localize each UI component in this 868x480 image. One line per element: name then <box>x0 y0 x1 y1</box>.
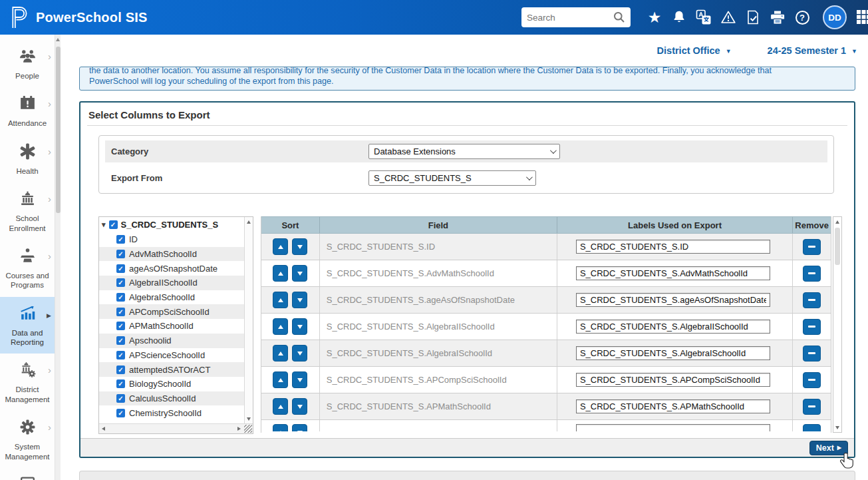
export-label-input[interactable] <box>576 266 770 280</box>
field-list-item[interactable]: ✓ AdvMathSchoolId <box>99 247 253 262</box>
next-button[interactable]: Next ▶ <box>809 441 848 455</box>
sidebar-item-courses-and-programs[interactable]: › Courses and Programs <box>0 240 55 297</box>
scroll-left-arrow-icon[interactable] <box>102 427 105 431</box>
field-tree-root[interactable]: ▾ ✓ S_CRDC_STUDENTS_S <box>99 217 253 232</box>
resize-grip-icon[interactable] <box>244 425 252 433</box>
sort-up-button[interactable] <box>273 318 288 335</box>
sort-down-button[interactable] <box>292 265 307 282</box>
field-list-item[interactable]: ✓ ID <box>99 232 253 247</box>
checkbox-checked[interactable]: ✓ <box>116 394 125 403</box>
checkbox-checked[interactable]: ✓ <box>116 278 125 287</box>
export-from-select[interactable]: S_CRDC_STUDENTS_S <box>368 170 536 186</box>
export-label-input[interactable] <box>576 399 770 413</box>
sidebar-item-partial[interactable]: › <box>0 468 55 480</box>
field-list-item[interactable]: ✓ Apschoolid <box>99 334 253 348</box>
sort-down-button[interactable] <box>292 371 307 388</box>
scroll-down-arrow-icon[interactable] <box>247 417 251 421</box>
field-list-item[interactable]: ✓ ChemistrySchoolId <box>99 405 253 420</box>
favorites-star-icon[interactable]: ★ <box>647 9 662 25</box>
sidebar-item-data-and-reporting[interactable]: ▶ Data and Reporting <box>0 297 55 354</box>
checkbox-checked[interactable]: ✓ <box>116 365 125 374</box>
system-alerts-icon[interactable] <box>720 9 736 25</box>
table-vertical-scrollbar[interactable] <box>833 216 842 433</box>
export-label-input[interactable] <box>576 346 770 360</box>
remove-button[interactable] <box>803 372 821 388</box>
sort-up-button[interactable] <box>273 238 288 255</box>
checkbox-checked[interactable]: ✓ <box>116 336 125 345</box>
export-label-input[interactable] <box>576 320 770 334</box>
sort-down-button[interactable] <box>292 424 307 431</box>
sort-up-button[interactable] <box>273 371 288 388</box>
sort-up-button[interactable] <box>273 292 288 308</box>
field-list-item[interactable]: ✓ CalculusSchoolId <box>99 391 253 406</box>
remove-button[interactable] <box>803 399 821 415</box>
field-list-item[interactable]: ✓ APScienceSchoolId <box>99 348 253 363</box>
school-selector[interactable]: District Office ▼ <box>657 45 732 56</box>
export-label-input[interactable] <box>576 293 770 307</box>
field-list-item[interactable]: ✓ AlgebraIISchoolId <box>99 276 253 290</box>
sort-up-button[interactable] <box>273 265 288 282</box>
remove-button[interactable] <box>803 346 821 361</box>
scrollbar-thumb[interactable] <box>56 47 61 213</box>
sort-up-button[interactable] <box>273 424 288 431</box>
remove-button[interactable] <box>803 266 821 282</box>
scroll-up-arrow-icon[interactable] <box>835 220 839 224</box>
apps-grid-icon[interactable] <box>856 9 868 25</box>
search-icon[interactable] <box>613 11 625 23</box>
checkbox-checked[interactable]: ✓ <box>116 351 125 360</box>
translate-icon[interactable] <box>696 9 712 25</box>
sort-down-button[interactable] <box>292 318 307 335</box>
field-list-item[interactable]: ✓ APMathSchoolId <box>99 319 253 334</box>
field-list-horizontal-scrollbar[interactable] <box>99 423 253 433</box>
remove-button[interactable] <box>803 292 821 308</box>
checkbox-checked[interactable]: ✓ <box>109 220 118 229</box>
checkbox-checked[interactable]: ✓ <box>116 250 125 258</box>
remove-button[interactable] <box>803 239 821 255</box>
term-selector[interactable]: 24-25 Semester 1 ▼ <box>768 45 857 56</box>
sidebar-item-system-management[interactable]: › System Management <box>0 411 55 468</box>
scroll-up-arrow-icon[interactable] <box>56 38 60 41</box>
checkbox-checked[interactable]: ✓ <box>116 293 125 302</box>
field-list-item[interactable]: ✓ BiologySchoolId <box>99 377 253 391</box>
export-label-input[interactable] <box>576 240 770 254</box>
help-icon[interactable]: ? <box>794 9 810 25</box>
export-label-input[interactable] <box>576 424 770 431</box>
sidebar-item-attendance[interactable]: › Attendance <box>0 87 55 134</box>
field-list-vertical-scrollbar[interactable] <box>244 217 253 423</box>
sort-up-button[interactable] <box>273 345 288 361</box>
caret-down-icon[interactable]: ▾ <box>102 220 106 229</box>
app-logo[interactable]: PowerSchool SIS <box>0 5 147 30</box>
remove-button[interactable] <box>803 319 821 335</box>
checkbox-checked[interactable]: ✓ <box>116 322 125 330</box>
global-search[interactable] <box>521 7 631 27</box>
export-label-input[interactable] <box>576 373 770 387</box>
sort-down-button[interactable] <box>292 238 307 255</box>
category-select[interactable]: Database Extensions <box>368 144 560 159</box>
sort-down-button[interactable] <box>292 398 307 415</box>
scroll-right-arrow-icon[interactable] <box>237 427 241 431</box>
checkbox-checked[interactable]: ✓ <box>116 308 125 316</box>
field-list-item[interactable]: ✓ attemptedSATOrACT <box>99 362 253 377</box>
field-list-item[interactable]: ✓ AlgebraISchoolId <box>99 290 253 305</box>
report-check-icon[interactable] <box>745 9 761 25</box>
notifications-bell-icon[interactable] <box>671 9 687 25</box>
scrollbar-thumb[interactable] <box>835 228 840 265</box>
scroll-down-arrow-icon[interactable] <box>835 426 839 429</box>
user-avatar[interactable]: DD <box>823 5 847 29</box>
sort-down-button[interactable] <box>292 292 307 308</box>
sidebar-item-people[interactable]: › People <box>0 40 55 87</box>
field-list-item[interactable]: ✓ ageAsOfSnapshotDate <box>99 261 253 276</box>
sort-down-button[interactable] <box>292 345 307 361</box>
print-icon[interactable] <box>770 9 786 25</box>
sidebar-item-school-enrollment[interactable]: › School Enrollment <box>0 182 55 240</box>
scroll-up-arrow-icon[interactable] <box>247 220 251 224</box>
remove-button[interactable] <box>803 424 821 431</box>
search-input[interactable] <box>527 13 613 23</box>
field-list-item[interactable]: ✓ APCompSciSchoolId <box>99 304 253 319</box>
sort-up-button[interactable] <box>273 398 288 415</box>
sidebar-item-district-management[interactable]: › District Management <box>0 354 55 411</box>
checkbox-checked[interactable]: ✓ <box>116 264 125 273</box>
sidebar-scrollbar[interactable] <box>55 35 61 480</box>
checkbox-checked[interactable]: ✓ <box>116 379 125 388</box>
checkbox-checked[interactable]: ✓ <box>116 235 125 244</box>
